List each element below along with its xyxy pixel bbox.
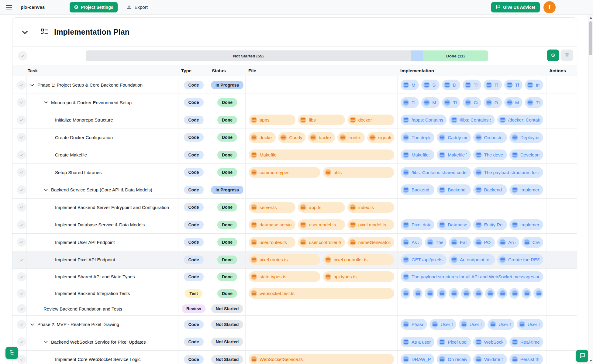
type-badge[interactable]: Code bbox=[184, 320, 204, 329]
status-badge[interactable]: Done bbox=[217, 116, 237, 124]
implementation-badge[interactable]: A bbox=[413, 288, 422, 299]
implementation-badge[interactable]: Validate t... bbox=[473, 354, 507, 364]
scroll-down-arrow[interactable] bbox=[590, 360, 592, 362]
type-badge[interactable]: Code bbox=[184, 186, 204, 194]
implementation-badge[interactable]: F bbox=[473, 288, 483, 299]
status-badge[interactable]: Done bbox=[217, 98, 237, 107]
scrollbar-thumb[interactable] bbox=[589, 21, 592, 55]
implementation-badge[interactable]: /apps: Contains t... bbox=[401, 115, 446, 125]
file-badge[interactable]: app.ts bbox=[298, 202, 345, 213]
type-badge[interactable]: Test bbox=[185, 289, 202, 298]
implementation-badge[interactable]: Database ... bbox=[437, 219, 471, 230]
implementation-badge[interactable]: Makefile: ... bbox=[401, 149, 434, 160]
implementation-badge[interactable]: T bbox=[497, 288, 507, 299]
type-badge[interactable]: Review bbox=[182, 304, 205, 313]
file-badge[interactable]: user.model.ts bbox=[298, 219, 345, 230]
type-badge[interactable]: Code bbox=[184, 273, 204, 281]
table-row[interactable]: Phase 2: MVP - Real-time Pixel DrawingCo… bbox=[12, 316, 577, 333]
implementation-badge[interactable]: Cre... bbox=[522, 237, 543, 248]
file-badge[interactable]: user.routes.ts bbox=[249, 237, 295, 248]
page-scrollbar[interactable] bbox=[588, 15, 593, 364]
row-check[interactable] bbox=[17, 98, 26, 107]
implementation-badge[interactable]: M... bbox=[504, 97, 522, 108]
status-badge[interactable]: Done bbox=[217, 203, 237, 211]
implementation-badge[interactable]: Create the REST ... bbox=[497, 254, 543, 265]
file-badge[interactable]: backe... bbox=[308, 132, 335, 143]
scroll-up-arrow[interactable] bbox=[590, 17, 592, 19]
export-button[interactable]: Export bbox=[126, 4, 147, 10]
implementation-badge[interactable]: User S... bbox=[429, 319, 456, 330]
file-badge[interactable]: utils bbox=[323, 167, 395, 178]
implementation-badge[interactable]: Backend S... bbox=[401, 184, 434, 195]
table-row[interactable]: Create Docker ConfigurationCodeDonedocke… bbox=[12, 129, 577, 146]
type-badge[interactable]: Code bbox=[184, 221, 204, 229]
implementation-badge[interactable]: Developm... bbox=[509, 149, 543, 160]
file-badge[interactable]: libs bbox=[298, 115, 345, 125]
implementation-badge[interactable]: DRAW_PI... bbox=[401, 354, 434, 364]
file-badge[interactable]: pixel.model.ts bbox=[347, 219, 394, 230]
implementation-badge[interactable]: F bbox=[485, 288, 495, 299]
type-badge[interactable]: Code bbox=[184, 168, 204, 177]
type-badge[interactable]: Code bbox=[184, 133, 204, 142]
file-badge[interactable]: nameGenerator.ts bbox=[347, 237, 394, 248]
row-check[interactable] bbox=[17, 133, 26, 142]
file-badge[interactable]: docker bbox=[347, 115, 394, 125]
type-badge[interactable]: Code bbox=[184, 81, 204, 89]
status-badge[interactable]: Done bbox=[217, 273, 237, 281]
implementation-badge[interactable]: Th... bbox=[463, 80, 481, 90]
implementation-badge[interactable]: Phase ... bbox=[401, 319, 427, 330]
table-row[interactable]: Review Backend Foundation and TestsRevie… bbox=[12, 302, 577, 316]
implementation-badge[interactable]: Sc... bbox=[421, 80, 440, 90]
table-row[interactable]: Implement Database Service & Data Models… bbox=[12, 216, 577, 234]
select-all-check[interactable] bbox=[18, 51, 27, 60]
hamburger-menu-icon[interactable] bbox=[6, 5, 12, 9]
implementation-badge[interactable]: E bbox=[461, 288, 471, 299]
file-badge[interactable]: common-types bbox=[249, 167, 320, 178]
row-check[interactable] bbox=[17, 238, 26, 247]
implementation-badge[interactable]: D... bbox=[442, 80, 460, 90]
implementation-badge[interactable]: T bbox=[449, 288, 459, 299]
implementation-badge[interactable]: Deployme... bbox=[509, 132, 543, 143]
expand-chevron-icon[interactable] bbox=[30, 322, 35, 327]
file-badge[interactable]: docker... bbox=[249, 132, 276, 143]
row-check[interactable] bbox=[17, 150, 26, 160]
implementation-badge[interactable]: Caddy mu... bbox=[437, 132, 471, 143]
user-avatar[interactable]: I bbox=[543, 1, 556, 13]
table-row[interactable]: Monorepo & Docker Environment SetupCodeD… bbox=[12, 94, 577, 111]
file-badge[interactable]: database.service.ts bbox=[249, 219, 295, 230]
implementation-badge[interactable]: Eac... bbox=[449, 237, 471, 248]
file-badge[interactable]: websocket.test.ts bbox=[249, 288, 394, 299]
type-badge[interactable]: Code bbox=[184, 338, 204, 346]
type-badge[interactable]: Code bbox=[184, 203, 204, 211]
row-check[interactable] bbox=[17, 203, 26, 212]
toggle-plan-panel-button[interactable] bbox=[5, 347, 18, 359]
implementation-badge[interactable]: Pixel upda... bbox=[437, 337, 471, 347]
file-badge[interactable]: Caddy... bbox=[278, 132, 305, 143]
implementation-badge[interactable]: User S... bbox=[517, 319, 543, 330]
table-row[interactable]: Implement Backend Integration TestsTestD… bbox=[12, 285, 577, 302]
row-check[interactable] bbox=[17, 304, 26, 313]
table-row[interactable]: Backend WebSocket Service for Pixel Upda… bbox=[12, 333, 577, 351]
collapse-chevron-icon[interactable] bbox=[21, 28, 29, 36]
file-badge[interactable]: fronte... bbox=[337, 132, 364, 143]
implementation-badge[interactable]: WebSocke... bbox=[473, 337, 507, 347]
implementation-badge[interactable]: Th... bbox=[401, 97, 419, 108]
row-check[interactable] bbox=[17, 355, 26, 364]
implementation-badge[interactable]: T bbox=[509, 288, 519, 299]
implementation-badge[interactable]: /libs: Contains shared code, s... bbox=[401, 167, 471, 178]
row-check[interactable] bbox=[17, 320, 26, 329]
implementation-badge[interactable]: /libs: Contains sh... bbox=[449, 115, 495, 125]
file-badge[interactable]: pixel.routes.ts bbox=[249, 254, 320, 265]
expand-chevron-icon[interactable] bbox=[43, 187, 48, 192]
status-badge[interactable]: Done bbox=[217, 221, 237, 229]
row-check[interactable] bbox=[17, 168, 26, 177]
implementation-badge[interactable]: POS... bbox=[473, 237, 495, 248]
expand-chevron-icon[interactable] bbox=[43, 100, 48, 105]
status-badge[interactable]: Done bbox=[217, 151, 237, 159]
implementation-badge[interactable]: Im... bbox=[525, 80, 543, 90]
type-badge[interactable]: Code bbox=[184, 355, 204, 364]
implementation-badge[interactable]: M... bbox=[421, 97, 440, 108]
status-badge[interactable]: Done bbox=[217, 133, 237, 142]
table-row[interactable]: Implement Shared API and State TypesCode… bbox=[12, 269, 577, 285]
status-badge[interactable]: In Progress bbox=[211, 186, 243, 194]
